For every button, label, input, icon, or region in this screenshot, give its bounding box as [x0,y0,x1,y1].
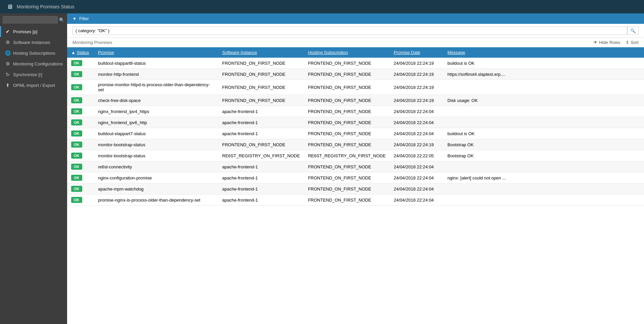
ok-badge-0: OK [71,60,82,66]
sidebar-icon-synchronize: ↻ [5,72,10,77]
filter-input[interactable] [72,26,627,35]
ok-badge-6: OK [71,130,82,137]
cell-software-3: FRONTEND_ON_FIRST_NODE [218,95,304,106]
cell-message-10: nginx: [alert] could not open ... [443,172,644,183]
cell-hosting-3: FRONTEND_ON_FIRST_NODE [304,95,390,106]
cell-software-11: apache-frontend-1 [218,183,304,195]
table-row[interactable]: OK check-free-disk-space FRONTEND_ON_FIR… [67,95,644,106]
cell-hosting-4: FRONTEND_ON_FIRST_NODE [304,106,390,117]
cell-software-8: RE6ST_REGISTRY_ON_FIRST_NODE [218,150,304,161]
col-header-software-instance[interactable]: Software Instance [218,47,304,58]
cell-hosting-6: FRONTEND_ON_FIRST_NODE [304,128,390,139]
filter-search-button[interactable]: 🔍 [627,26,639,35]
sidebar-label-promises: Promises [p] [13,29,37,34]
col-header-message[interactable]: Message [443,47,644,58]
table-row[interactable]: OK nginx_frontend_ipv4_https apache-fron… [67,106,644,117]
cell-hosting-10: FRONTEND_ON_FIRST_NODE [304,172,390,183]
sidebar-item-hosting-subscriptions[interactable]: 🌐 Hosting Subscriptions [0,48,67,58]
cell-promise-1: monitor-http-frontend [94,69,218,80]
search-input[interactable] [3,16,58,23]
col-header-promise-date[interactable]: Promise Date [390,47,443,58]
sidebar-item-promises[interactable]: ✔ Promises [p] [0,26,67,37]
filter-label: Filter [79,16,89,21]
hide-rows-button[interactable]: 👁 Hide Rows [593,40,620,45]
cell-date-8: 24/04/2018 22:22:05 [390,150,443,161]
status-col-link[interactable]: Status [77,50,89,55]
table-row[interactable]: OK nginx_frontend_ipv6_http apache-front… [67,117,644,128]
cell-message-0: buildout is OK [443,58,644,69]
cell-status-3: OK [67,95,94,106]
cell-software-5: apache-frontend-1 [218,117,304,128]
page-title: Monitoring Promises Status [17,4,74,9]
cell-status-7: OK [67,139,94,150]
cell-message-2 [443,80,644,95]
cell-hosting-12: FRONTEND_ON_FIRST_NODE [304,195,390,206]
promise-date-col-link[interactable]: Promise Date [394,50,420,55]
cell-message-3: Disk usage: OK [443,95,644,106]
ok-badge-4: OK [71,108,82,114]
cell-status-11: OK [67,183,94,195]
sidebar-item-monitoring-configurations[interactable]: ⚙ Monitoring Configurations [0,58,67,69]
sidebar-icon-promises: ✔ [5,29,10,34]
cell-software-12: apache-frontend-1 [218,195,304,206]
ok-badge-9: OK [71,164,82,170]
sidebar-item-opml-import-export[interactable]: ⬆ OPML Import / Export [0,80,67,91]
sort-icon: ⇕ [626,40,629,45]
table-row[interactable]: OK monitor-bootstrap-status RE6ST_REGIST… [67,150,644,161]
col-header-promise[interactable]: Promise [94,47,218,58]
cell-date-10: 24/04/2018 22:24:04 [390,172,443,183]
cell-hosting-8: RE6ST_REGISTRY_ON_FIRST_NODE [304,150,390,161]
sidebar-item-synchronize[interactable]: ↻ Synchronize [r] [0,69,67,80]
hosting-subscription-col-link[interactable]: Hosting Subscription [308,50,348,55]
ok-badge-5: OK [71,119,82,125]
sidebar-item-software-instances[interactable]: ⚙ Software Instances [0,37,67,48]
cell-promise-7: monitor-bootstrap-status [94,139,218,150]
table-row[interactable]: OK re6st-connectivity apache-frontend-1 … [67,161,644,172]
cell-status-8: OK [67,150,94,161]
ok-badge-10: OK [71,175,82,181]
promise-col-link[interactable]: Promise [98,50,114,55]
ok-badge-8: OK [71,153,82,159]
col-header-hosting-subscription[interactable]: Hosting Subscription [304,47,390,58]
cell-software-2: FRONTEND_ON_FIRST_NODE [218,80,304,95]
col-header-status[interactable]: ▲ Status [67,47,94,58]
cell-message-6: buildout is OK [443,128,644,139]
cell-date-1: 24/04/2018 22:24:19 [390,69,443,80]
cell-date-6: 24/04/2018 22:24:04 [390,128,443,139]
table-header-row: ▲ Status Promise Software Instance Hosti… [67,47,644,58]
cell-status-1: OK [67,69,94,80]
message-col-link[interactable]: Message [447,50,465,55]
cell-promise-10: nginx-configuration-promise [94,172,218,183]
table-row[interactable]: OK monitor-http-frontend FRONTEND_ON_FIR… [67,69,644,80]
content-area: ▼ Filter 🔍 Monitoring Promises 👁 Hide Ro… [67,13,644,324]
software-instance-col-link[interactable]: Software Instance [222,50,257,55]
table-row[interactable]: OK buildout-slappart7-status apache-fron… [67,128,644,139]
table-row[interactable]: OK nginx-configuration-promise apache-fr… [67,172,644,183]
cell-date-7: 24/04/2018 22:24:19 [390,139,443,150]
cell-hosting-2: FRONTEND_ON_FIRST_NODE [304,80,390,95]
table-row[interactable]: OK buildout-slappart8-status FRONTEND_ON… [67,58,644,69]
cell-status-9: OK [67,161,94,172]
sort-up-icon: ▲ [71,50,76,55]
sort-button[interactable]: ⇕ Sort [626,40,639,45]
cell-date-5: 24/04/2018 22:24:04 [390,117,443,128]
table-row[interactable]: OK promise-nginx-is-process-older-than-d… [67,195,644,206]
ok-badge-1: OK [71,71,82,77]
search-icon[interactable]: 🔍 [59,17,64,22]
sidebar-label-synchronize: Synchronize [r] [13,72,42,77]
sidebar-search-area: 🔍 [0,13,67,26]
cell-hosting-0: FRONTEND_ON_FIRST_NODE [304,58,390,69]
cell-date-0: 24/04/2018 22:24:19 [390,58,443,69]
ok-badge-7: OK [71,142,82,148]
table-row[interactable]: OK promise-monitor-httpd-is-process-olde… [67,80,644,95]
table-row[interactable]: OK apache-mpm-watchdog apache-frontend-1… [67,183,644,195]
cell-software-9: apache-frontend-1 [218,161,304,172]
cell-software-10: apache-frontend-1 [218,172,304,183]
filter-icon: ▼ [72,16,77,21]
cell-hosting-1: FRONTEND_ON_FIRST_NODE [304,69,390,80]
table-row[interactable]: OK monitor-bootstrap-status FRONTEND_ON_… [67,139,644,150]
cell-status-2: OK [67,80,94,95]
cell-date-9: 24/04/2018 22:24:04 [390,161,443,172]
cell-date-12: 24/04/2018 22:24:04 [390,195,443,206]
sidebar-icon-monitoring-configurations: ⚙ [5,61,10,66]
